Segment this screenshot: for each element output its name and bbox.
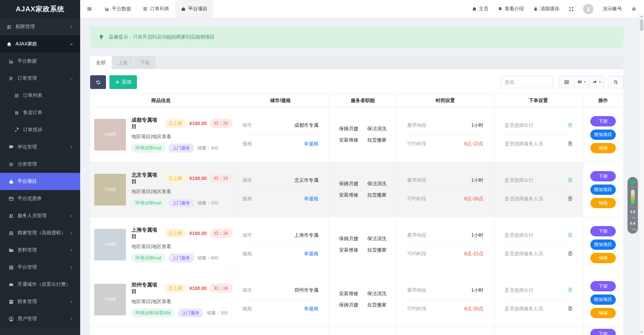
nav-link-2[interactable]: 清除缓存	[533, 6, 559, 12]
avatar[interactable]	[583, 4, 593, 14]
toolbar-right	[501, 76, 623, 88]
key-value-row: 是否选择出行否	[505, 226, 572, 245]
take-down-button[interactable]: 下架	[590, 171, 616, 181]
filter-tab-1[interactable]: 上架	[112, 56, 133, 69]
add-button[interactable]: 添加	[109, 75, 137, 89]
sidebar-item-7[interactable]: 评论管理	[0, 138, 80, 156]
filter-tab-2[interactable]: 下架	[134, 56, 155, 69]
product-line1: 上海专属项目已上架¥100.00ID：18	[131, 227, 232, 240]
kv-value[interactable]: 单规格	[304, 251, 319, 257]
product-thumbnail: 示例图	[94, 229, 126, 260]
sidebar-item-4[interactable]: 订单列表	[0, 87, 80, 104]
sidebar-item-0[interactable]: 权限管理	[0, 18, 80, 35]
scrollbar-thumb[interactable]	[640, 19, 643, 31]
account-name[interactable]: 演示账号	[603, 6, 622, 12]
attach-project-button[interactable]: 附加项目	[590, 239, 616, 250]
users-icon	[6, 24, 12, 30]
key-value-row: 城市上海市专属	[243, 226, 319, 245]
edit-button[interactable]: 编辑	[590, 253, 616, 263]
trash-icon	[533, 7, 538, 11]
product-price: ¥100.00	[189, 121, 207, 126]
take-down-button[interactable]: 下架	[590, 281, 616, 291]
kv-value[interactable]: 单规格	[304, 306, 319, 312]
service-role: 保姆月嫂	[339, 126, 358, 132]
kv-value[interactable]: 单规格	[304, 196, 319, 202]
search-input[interactable]	[501, 76, 553, 88]
kv-label: 可约时段	[407, 196, 427, 202]
nav-link-0[interactable]: 主页	[472, 6, 489, 12]
take-down-button[interactable]: 下架	[590, 116, 616, 126]
chevron-left-icon	[68, 145, 75, 149]
table-row-partial: 下架	[90, 327, 623, 335]
nav-tab-label: 订单列表	[150, 6, 169, 12]
column-header-5: 操作	[583, 94, 623, 107]
attach-project-button[interactable]: 附加项目	[590, 130, 616, 140]
detail-view-button[interactable]	[559, 76, 574, 88]
filter-tab-0[interactable]: 全部	[90, 56, 111, 69]
attach-project-button[interactable]: 附加项目	[590, 294, 616, 305]
kv-value[interactable]: 单规格	[304, 141, 319, 147]
actions-cell: 下架附加项目编辑	[583, 272, 623, 327]
scrollbar-down-arrow[interactable]: ▼	[639, 331, 644, 334]
take-down-button[interactable]: 下架	[590, 226, 616, 236]
product-price: ¥100.00	[189, 286, 207, 291]
top-navbar: 平台数据订单列表平台项目 主页查看介绍清除缓存演示账号	[80, 0, 644, 18]
sidebar-item-8[interactable]: 分类管理	[0, 156, 80, 173]
refresh-button[interactable]	[90, 75, 106, 89]
sidebar-item-6[interactable]: 订单投诉	[0, 121, 80, 138]
edit-button[interactable]: 编辑	[590, 198, 616, 208]
sidebar-item-3[interactable]: 订单管理	[0, 70, 80, 87]
product-desc: 地区项目|地区查看	[131, 134, 232, 140]
product-info: 示例图郑州专属项目已上架¥100.00ID：16地区项目|地区查看环境治理/深度…	[90, 282, 232, 317]
sidebar-item-17[interactable]: 用户管理	[0, 310, 80, 327]
gavel-icon	[13, 127, 20, 133]
sidebar-item-label: 平台管理	[18, 264, 68, 270]
sidebar-item-11[interactable]: 服务人员管理	[0, 207, 80, 224]
search-toggle-button[interactable]	[608, 76, 623, 88]
actions-cell: 下架附加项目编辑	[583, 107, 623, 162]
column-header-2: 服务者职能	[329, 94, 397, 107]
page-scrollbar[interactable]: ▲ ▼	[639, 14, 644, 335]
hamburger-icon[interactable]	[80, 0, 99, 18]
roles-cell: 保姆月嫂保洁清洗安装维修拉货搬家	[329, 107, 397, 162]
kv-value: 8点-20点	[464, 196, 483, 202]
sidebar-item-9[interactable]: 平台项目	[0, 173, 80, 190]
filter-tabs: 全部上架下架	[90, 56, 623, 69]
sidebar-item-5[interactable]: 售后订单	[0, 104, 80, 121]
product-desc: 地区项目|地区查看	[131, 244, 232, 250]
sidebar-item-10[interactable]: 平台优惠券	[0, 190, 80, 207]
table-row: 示例图上海专属项目已上架¥100.00ID：18地区项目|地区查看环境治理/nu…	[90, 217, 623, 272]
service-role: 安装维修	[339, 192, 358, 198]
id-badge: ID：18	[210, 229, 232, 238]
settings-gear-icon[interactable]	[631, 7, 636, 12]
sidebar-item-14[interactable]: 平台管理	[0, 259, 80, 276]
sidebar-item-2[interactable]: 平台数据	[0, 53, 80, 70]
product-title: 上海专属项目	[131, 227, 161, 240]
columns-button[interactable]	[574, 76, 589, 88]
sidebar-item-15[interactable]: 开通城市（设置出行费）	[0, 276, 80, 293]
edit-button[interactable]: 编辑	[590, 143, 616, 153]
sidebar-item-1[interactable]: AJAX家政	[0, 35, 80, 53]
fullscreen-icon[interactable]	[569, 7, 574, 12]
time-cell: 最早响应1小时可约时段8点-20点	[397, 162, 494, 217]
scrollbar-up-arrow[interactable]: ▲	[639, 15, 644, 18]
download-speed: 0.4	[630, 222, 635, 225]
take-down-button[interactable]: 下架	[590, 329, 616, 335]
nav-tab-0[interactable]: 平台数据	[99, 0, 137, 18]
key-value-row: 规格单规格	[243, 135, 319, 153]
nav-link-label: 查看介绍	[505, 6, 524, 12]
sidebar-item-12[interactable]: 商家管理（高级授权）	[0, 224, 80, 242]
nav-tab-1[interactable]: 订单列表	[137, 0, 175, 18]
nav-tab-2[interactable]: 平台项目	[175, 0, 213, 18]
nav-link-1[interactable]: 查看介绍	[498, 6, 524, 12]
kv-value: 8点-22点	[464, 251, 483, 257]
kv-label: 城市	[243, 232, 252, 238]
sidebar-item-16[interactable]: 财务管理	[0, 293, 80, 310]
sidebar-item-13[interactable]: 资料管理	[0, 242, 80, 259]
attach-project-button[interactable]: 附加项目	[590, 185, 616, 195]
service-role: 保姆月嫂	[339, 181, 358, 187]
kv-label: 是否选择服务人员	[505, 196, 543, 202]
export-button[interactable]	[589, 76, 604, 88]
network-speed-widget[interactable]: 1.5 K/s 0.4 K/s	[627, 177, 638, 234]
edit-button[interactable]: 编辑	[590, 308, 616, 318]
